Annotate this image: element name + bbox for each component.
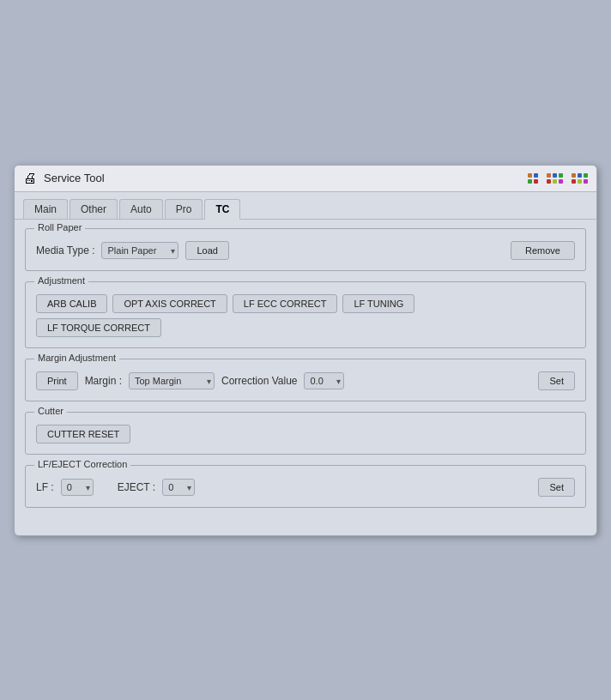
- margin-label: Margin :: [85, 375, 122, 387]
- lf-select-wrap[interactable]: 0 1 2 3 -1 -2 -3: [61, 479, 94, 496]
- dot8: [547, 179, 551, 184]
- dot5: [547, 173, 551, 178]
- dot16: [584, 179, 588, 184]
- correction-value-select-wrap[interactable]: 0.0 0.5 1.0 -0.5 -1.0: [304, 372, 344, 389]
- media-type-select-wrap[interactable]: Plain Paper Photo Paper Matte Paper: [101, 242, 178, 259]
- app-icon: 🖨: [23, 171, 39, 186]
- eject-select-wrap[interactable]: 0 1 2 3 -1 -2 -3: [162, 479, 195, 496]
- margin-select-wrap[interactable]: Top Margin Bottom Margin Left Margin Rig…: [129, 372, 215, 389]
- load-button[interactable]: Load: [185, 241, 228, 260]
- media-type-label: Media Type :: [36, 244, 94, 256]
- dot2: [534, 173, 538, 178]
- adjustment-content: ARB CALIB OPT AXIS CORRECT LF ECC CORREC…: [36, 294, 575, 337]
- margin-adjustment-content: Print Margin : Top Margin Bottom Margin …: [36, 371, 575, 390]
- dot13: [584, 173, 588, 178]
- margin-select[interactable]: Top Margin Bottom Margin Left Margin Rig…: [129, 372, 215, 389]
- correction-value-label: Correction Value: [221, 375, 298, 387]
- cutter-reset-button[interactable]: CUTTER RESET: [36, 425, 130, 444]
- opt-axis-correct-button[interactable]: OPT AXIS CORRECT: [112, 294, 227, 313]
- title-bar: 🖨 Service Tool: [15, 166, 596, 192]
- main-window: 🖨 Service Tool: [14, 165, 597, 536]
- margin-adjustment-title: Margin Adjustment: [34, 353, 119, 363]
- adjustment-buttons: ARB CALIB OPT AXIS CORRECT LF ECC CORREC…: [36, 294, 575, 313]
- lf-torque-correct-button[interactable]: LF TORQUE CORRECT: [36, 318, 161, 337]
- print-button[interactable]: Print: [36, 371, 78, 390]
- roll-paper-content: Media Type : Plain Paper Photo Paper Mat…: [36, 241, 575, 260]
- lf-label: LF :: [36, 481, 54, 493]
- dot9: [553, 179, 557, 184]
- dot4: [534, 179, 538, 184]
- lf-tuning-button[interactable]: LF TUNING: [342, 294, 414, 313]
- window-title: Service Tool: [44, 172, 105, 184]
- dot1: [528, 173, 532, 178]
- lf-ecc-correct-button[interactable]: LF ECC CORRECT: [233, 294, 338, 313]
- dots-medium: [547, 173, 563, 184]
- margin-set-button[interactable]: Set: [538, 371, 575, 390]
- dot7: [559, 173, 563, 178]
- tab-bar: Main Other Auto Pro TC: [15, 192, 596, 220]
- cutter-section: Cutter CUTTER RESET: [25, 412, 586, 455]
- lf-eject-section: LF/EJECT Correction LF : 0 1 2 3 -1 -2 -…: [25, 465, 586, 508]
- dots-large: [572, 173, 588, 184]
- eject-label: EJECT :: [118, 481, 155, 493]
- correction-value-select[interactable]: 0.0 0.5 1.0 -0.5 -1.0: [304, 372, 344, 389]
- tab-other[interactable]: Other: [70, 199, 118, 219]
- tab-main[interactable]: Main: [23, 199, 68, 219]
- dot14: [572, 179, 576, 184]
- remove-button[interactable]: Remove: [511, 241, 575, 260]
- tab-tc[interactable]: TC: [204, 199, 240, 220]
- adjustment-section: Adjustment ARB CALIB OPT AXIS CORRECT LF…: [25, 281, 586, 348]
- cutter-title: Cutter: [34, 406, 67, 416]
- tab-pro[interactable]: Pro: [165, 199, 203, 219]
- lf-select[interactable]: 0 1 2 3 -1 -2 -3: [61, 479, 94, 496]
- roll-paper-section: Roll Paper Media Type : Plain Paper Phot…: [25, 228, 586, 271]
- eject-select[interactable]: 0 1 2 3 -1 -2 -3: [162, 479, 195, 496]
- dot3: [528, 179, 532, 184]
- dots-small: [528, 173, 538, 184]
- lf-eject-set-button[interactable]: Set: [538, 478, 575, 497]
- title-bar-controls: [528, 173, 588, 184]
- dot6: [553, 173, 557, 178]
- cutter-content: CUTTER RESET: [36, 425, 575, 444]
- lf-eject-content: LF : 0 1 2 3 -1 -2 -3 EJECT : 0: [36, 478, 575, 497]
- margin-adjustment-section: Margin Adjustment Print Margin : Top Mar…: [25, 359, 586, 401]
- dot15: [578, 179, 582, 184]
- lf-eject-title: LF/EJECT Correction: [34, 459, 130, 469]
- tab-auto[interactable]: Auto: [119, 199, 163, 219]
- dot12: [578, 173, 582, 178]
- adjustment-title: Adjustment: [34, 275, 88, 286]
- tab-content: Roll Paper Media Type : Plain Paper Phot…: [15, 220, 596, 535]
- dot11: [572, 173, 576, 178]
- title-bar-left: 🖨 Service Tool: [23, 171, 105, 186]
- arb-calib-button[interactable]: ARB CALIB: [36, 294, 107, 313]
- media-type-select[interactable]: Plain Paper Photo Paper Matte Paper: [101, 242, 178, 259]
- dot10: [559, 179, 563, 184]
- roll-paper-title: Roll Paper: [34, 222, 85, 232]
